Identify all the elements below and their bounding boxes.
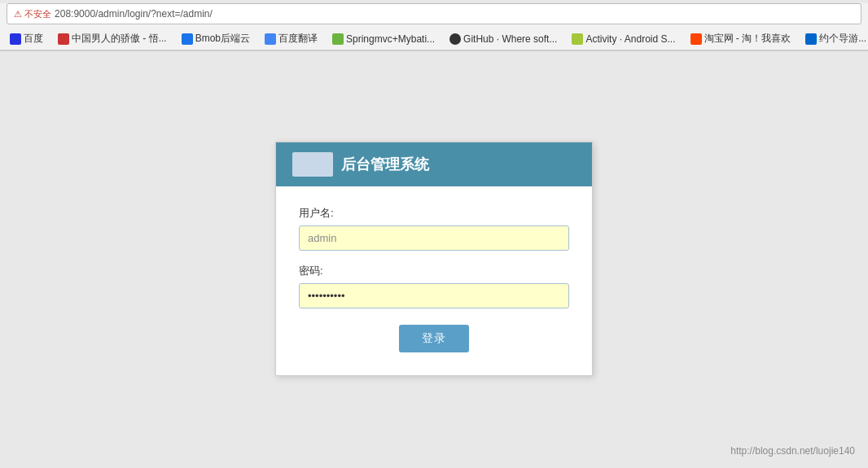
csdn-bookmark-icon [58,33,69,45]
submit-wrapper: 登录 [299,325,569,352]
username-label: 用户名: [299,206,569,221]
bookmark-item-translate[interactable]: 百度翻译 [260,30,322,47]
baidu-bookmark-label: 百度 [24,32,43,46]
android-bookmark-label: Activity · Android S... [585,33,675,45]
csdn-bookmark-label: 中国男人的骄傲 - 悟... [72,32,167,46]
bookmark-item-baidu[interactable]: 百度 [5,30,48,47]
taobao-bookmark-icon [690,33,702,45]
insecure-indicator: ⚠ 不安全 [14,8,51,20]
password-label: 密码: [299,264,569,278]
username-group: 用户名: [299,206,569,251]
login-header: 后台管理系统 [276,142,592,186]
header-logo [292,152,333,177]
bookmarks-bar: 百度中国男人的骄傲 - 悟...Bmob后端云百度翻译Springmvc+Myb… [0,28,868,50]
password-group: 密码: [299,264,569,308]
page-content: 后台管理系统 用户名: 密码: 登录 http://blog.csdn.net/… [0,51,868,466]
username-input[interactable] [299,225,569,251]
android-bookmark-icon [572,33,583,45]
bookmark-item-taobao[interactable]: 淘宝网 - 淘！我喜欢 [686,30,796,47]
trip-bookmark-icon [805,33,817,45]
baidu-bookmark-icon [10,33,21,45]
login-title: 后台管理系统 [341,155,429,174]
browser-chrome: ⚠ 不安全 208:9000/admin/login/?next=/admin/… [0,3,868,51]
page-footer: http://blog.csdn.net/luojie140 [730,445,855,457]
trip-bookmark-label: 约个导游... [819,32,866,46]
url-text: 208:9000/admin/login/?next=/admin/ [55,8,213,20]
taobao-bookmark-label: 淘宝网 - 淘！我喜欢 [704,32,791,46]
github-bookmark-label: GitHub · Where soft... [463,33,557,45]
bmob-bookmark-label: Bmob后端云 [195,32,250,46]
bookmark-item-csdn[interactable]: 中国男人的骄傲 - 悟... [53,30,172,47]
github-bookmark-icon [449,33,461,45]
translate-bookmark-icon [265,33,276,45]
login-button[interactable]: 登录 [399,325,469,352]
bookmark-item-android[interactable]: Activity · Android S... [567,32,680,46]
password-input[interactable] [299,283,569,308]
bmob-bookmark-icon [182,33,193,45]
bookmark-item-trip[interactable]: 约个导游... [800,30,868,47]
bookmark-item-bmob[interactable]: Bmob后端云 [177,30,255,47]
bookmark-item-github[interactable]: GitHub · Where soft... [445,32,562,46]
address-bar[interactable]: ⚠ 不安全 208:9000/admin/login/?next=/admin/ [7,3,861,24]
spring-bookmark-icon [332,33,344,45]
bookmark-item-spring[interactable]: Springmvc+Mybati... [327,32,440,46]
translate-bookmark-label: 百度翻译 [278,32,318,46]
login-card: 后台管理系统 用户名: 密码: 登录 [275,142,593,376]
login-body: 用户名: 密码: 登录 [276,186,592,375]
watermark-text: http://blog.csdn.net/luojie140 [730,445,855,457]
spring-bookmark-label: Springmvc+Mybati... [346,33,435,45]
